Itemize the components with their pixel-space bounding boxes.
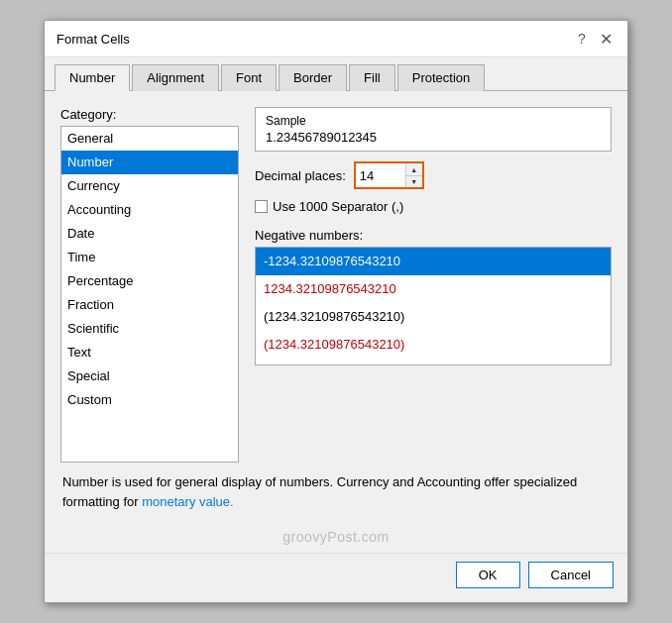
tab-alignment[interactable]: Alignment	[132, 64, 219, 91]
ok-button[interactable]: OK	[456, 562, 520, 588]
list-item-accounting[interactable]: Accounting	[61, 198, 238, 222]
description-link[interactable]: monetary value.	[142, 494, 234, 509]
decimal-input[interactable]	[356, 163, 405, 187]
negative-section: Negative numbers: -1234.32109876543210 1…	[255, 224, 612, 365]
description-text: Number is used for general display of nu…	[62, 474, 577, 509]
left-panel: Category: General Number Currency Accoun…	[60, 107, 239, 463]
negative-numbers-list[interactable]: -1234.32109876543210 1234.32109876543210…	[255, 247, 612, 365]
spin-down-button[interactable]: ▼	[406, 175, 422, 187]
tab-font[interactable]: Font	[221, 64, 277, 91]
list-item-date[interactable]: Date	[61, 222, 238, 246]
tab-fill[interactable]: Fill	[349, 64, 395, 91]
tab-protection[interactable]: Protection	[397, 64, 486, 91]
list-item-time[interactable]: Time	[61, 246, 238, 269]
spin-up-button[interactable]: ▲	[406, 163, 422, 175]
list-item-currency[interactable]: Currency	[61, 174, 238, 198]
main-layout: Category: General Number Currency Accoun…	[60, 107, 612, 463]
title-bar: Format Cells ? ✕	[45, 21, 627, 57]
dialog-title: Format Cells	[56, 32, 130, 47]
sample-section: Sample 1.23456789012345	[255, 107, 612, 152]
list-item-text[interactable]: Text	[61, 341, 238, 364]
list-item-number[interactable]: Number	[61, 151, 238, 174]
category-label: Category:	[60, 107, 239, 122]
tab-border[interactable]: Border	[279, 64, 347, 91]
tab-bar: Number Alignment Font Border Fill Protec…	[45, 57, 627, 91]
right-panel: Sample 1.23456789012345 Decimal places: …	[255, 107, 612, 463]
cancel-button[interactable]: Cancel	[528, 562, 614, 588]
decimal-input-wrap: ▲ ▼	[354, 161, 424, 189]
spin-buttons: ▲ ▼	[405, 163, 422, 187]
decimal-row: Decimal places: ▲ ▼	[255, 161, 612, 189]
description-area: Number is used for general display of nu…	[60, 472, 612, 511]
separator-row: Use 1000 Separator (,)	[255, 199, 612, 214]
neg-item-2[interactable]: (1234.32109876543210)	[256, 303, 611, 331]
list-item-percentage[interactable]: Percentage	[61, 269, 238, 293]
list-item-custom[interactable]: Custom	[61, 388, 238, 412]
format-cells-dialog: Format Cells ? ✕ Number Alignment Font B…	[44, 20, 628, 603]
negative-numbers-label: Negative numbers:	[255, 228, 612, 243]
title-bar-controls: ? ✕	[572, 29, 616, 49]
list-item-scientific[interactable]: Scientific	[61, 317, 238, 341]
separator-checkbox[interactable]	[255, 200, 268, 213]
list-item-special[interactable]: Special	[61, 364, 238, 388]
sample-label: Sample	[266, 114, 601, 128]
neg-item-1[interactable]: 1234.32109876543210	[256, 275, 611, 303]
list-item-fraction[interactable]: Fraction	[61, 293, 238, 317]
watermark: groovyPost.com	[45, 523, 627, 553]
close-button[interactable]: ✕	[596, 29, 616, 49]
dialog-content: Category: General Number Currency Accoun…	[45, 91, 627, 523]
footer: OK Cancel	[45, 553, 627, 602]
neg-item-3[interactable]: (1234.32109876543210)	[256, 331, 611, 359]
help-button[interactable]: ?	[572, 29, 592, 49]
decimal-label: Decimal places:	[255, 168, 346, 183]
neg-item-0[interactable]: -1234.32109876543210	[256, 248, 611, 275]
list-item[interactable]: General	[61, 127, 238, 151]
separator-label: Use 1000 Separator (,)	[273, 199, 403, 214]
category-listbox[interactable]: General Number Currency Accounting Date …	[60, 126, 239, 463]
tab-number[interactable]: Number	[55, 64, 130, 91]
sample-value: 1.23456789012345	[266, 130, 601, 145]
separator-checkbox-label[interactable]: Use 1000 Separator (,)	[255, 199, 403, 214]
